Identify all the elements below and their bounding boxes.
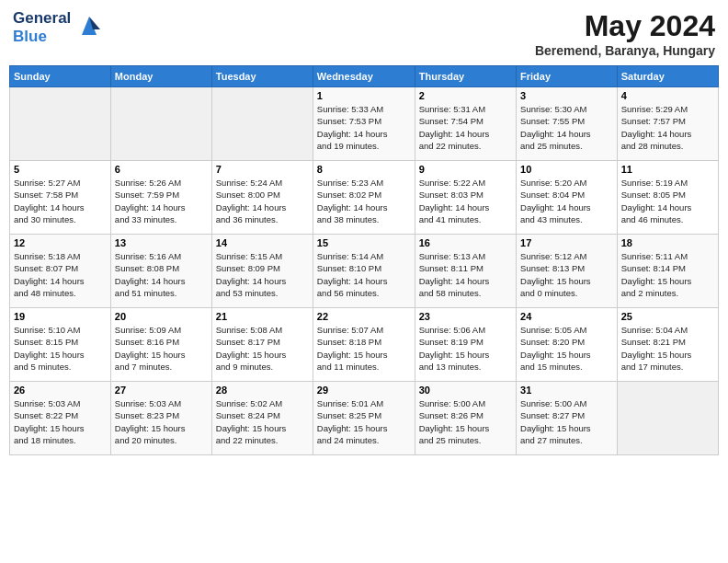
day-info: Sunrise: 5:09 AM Sunset: 8:16 PM Dayligh… bbox=[115, 324, 208, 373]
day-number: 26 bbox=[14, 385, 107, 396]
day-number: 18 bbox=[621, 237, 714, 248]
day-info: Sunrise: 5:08 AM Sunset: 8:17 PM Dayligh… bbox=[216, 324, 309, 373]
day-info: Sunrise: 5:13 AM Sunset: 8:11 PM Dayligh… bbox=[419, 250, 512, 299]
day-number: 21 bbox=[216, 311, 309, 322]
calendar-cell: 30Sunrise: 5:00 AM Sunset: 8:26 PM Dayli… bbox=[415, 382, 516, 455]
calendar-cell: 31Sunrise: 5:00 AM Sunset: 8:27 PM Dayli… bbox=[517, 382, 618, 455]
calendar-cell: 1Sunrise: 5:33 AM Sunset: 7:53 PM Daylig… bbox=[313, 87, 415, 161]
calendar-cell: 7Sunrise: 5:24 AM Sunset: 8:00 PM Daylig… bbox=[211, 161, 313, 235]
calendar-cell: 17Sunrise: 5:12 AM Sunset: 8:13 PM Dayli… bbox=[517, 235, 618, 308]
calendar-week-row: 26Sunrise: 5:03 AM Sunset: 8:22 PM Dayli… bbox=[10, 382, 719, 455]
calendar-cell: 24Sunrise: 5:05 AM Sunset: 8:20 PM Dayli… bbox=[517, 308, 618, 382]
day-info: Sunrise: 5:01 AM Sunset: 8:25 PM Dayligh… bbox=[317, 397, 411, 446]
logo-line1: General bbox=[13, 9, 71, 28]
calendar-week-row: 1Sunrise: 5:33 AM Sunset: 7:53 PM Daylig… bbox=[10, 87, 719, 161]
day-number: 12 bbox=[14, 237, 107, 248]
calendar-cell bbox=[617, 382, 718, 455]
title-block: May 2024 Beremend, Baranya, Hungary bbox=[535, 9, 715, 58]
calendar-cell: 2Sunrise: 5:31 AM Sunset: 7:54 PM Daylig… bbox=[415, 87, 516, 161]
day-number: 3 bbox=[520, 90, 613, 101]
day-number: 15 bbox=[317, 237, 411, 248]
day-number: 23 bbox=[419, 311, 512, 322]
calendar-cell: 3Sunrise: 5:30 AM Sunset: 7:55 PM Daylig… bbox=[517, 87, 618, 161]
weekday-header: Friday bbox=[517, 66, 618, 87]
day-number: 25 bbox=[621, 311, 714, 322]
calendar-cell bbox=[110, 87, 211, 161]
calendar-cell: 18Sunrise: 5:11 AM Sunset: 8:14 PM Dayli… bbox=[617, 235, 718, 308]
calendar-cell: 5Sunrise: 5:27 AM Sunset: 7:58 PM Daylig… bbox=[10, 161, 111, 235]
day-number: 30 bbox=[419, 385, 512, 396]
day-info: Sunrise: 5:03 AM Sunset: 8:23 PM Dayligh… bbox=[115, 397, 208, 446]
day-info: Sunrise: 5:07 AM Sunset: 8:18 PM Dayligh… bbox=[317, 324, 411, 373]
calendar-table: SundayMondayTuesdayWednesdayThursdayFrid… bbox=[9, 65, 719, 455]
calendar-cell: 20Sunrise: 5:09 AM Sunset: 8:16 PM Dayli… bbox=[110, 308, 211, 382]
calendar-week-row: 19Sunrise: 5:10 AM Sunset: 8:15 PM Dayli… bbox=[10, 308, 719, 382]
calendar-cell: 23Sunrise: 5:06 AM Sunset: 8:19 PM Dayli… bbox=[415, 308, 516, 382]
calendar-cell: 4Sunrise: 5:29 AM Sunset: 7:57 PM Daylig… bbox=[617, 87, 718, 161]
day-number: 14 bbox=[216, 237, 309, 248]
day-info: Sunrise: 5:11 AM Sunset: 8:14 PM Dayligh… bbox=[621, 250, 714, 299]
calendar-cell: 26Sunrise: 5:03 AM Sunset: 8:22 PM Dayli… bbox=[10, 382, 111, 455]
weekday-header: Tuesday bbox=[211, 66, 313, 87]
day-number: 9 bbox=[419, 164, 512, 175]
day-info: Sunrise: 5:20 AM Sunset: 8:04 PM Dayligh… bbox=[520, 177, 613, 225]
day-number: 5 bbox=[14, 164, 107, 175]
calendar-cell: 6Sunrise: 5:26 AM Sunset: 7:59 PM Daylig… bbox=[110, 161, 211, 235]
day-info: Sunrise: 5:30 AM Sunset: 7:55 PM Dayligh… bbox=[520, 103, 613, 152]
location-subtitle: Beremend, Baranya, Hungary bbox=[535, 43, 715, 58]
day-info: Sunrise: 5:00 AM Sunset: 8:26 PM Dayligh… bbox=[419, 397, 512, 446]
calendar-cell: 9Sunrise: 5:22 AM Sunset: 8:03 PM Daylig… bbox=[415, 161, 516, 235]
day-number: 13 bbox=[115, 237, 208, 248]
calendar-cell: 8Sunrise: 5:23 AM Sunset: 8:02 PM Daylig… bbox=[313, 161, 415, 235]
day-info: Sunrise: 5:04 AM Sunset: 8:21 PM Dayligh… bbox=[621, 324, 714, 373]
calendar-cell: 10Sunrise: 5:20 AM Sunset: 8:04 PM Dayli… bbox=[517, 161, 618, 235]
logo: General Blue bbox=[13, 9, 104, 45]
day-info: Sunrise: 5:15 AM Sunset: 8:09 PM Dayligh… bbox=[216, 250, 309, 299]
day-number: 4 bbox=[621, 90, 714, 101]
day-number: 8 bbox=[317, 164, 411, 175]
calendar-cell: 21Sunrise: 5:08 AM Sunset: 8:17 PM Dayli… bbox=[211, 308, 313, 382]
page-header: General Blue May 2024 Beremend, Baranya,… bbox=[9, 9, 719, 58]
day-number: 22 bbox=[317, 311, 411, 322]
weekday-header-row: SundayMondayTuesdayWednesdayThursdayFrid… bbox=[10, 66, 719, 87]
day-number: 7 bbox=[216, 164, 309, 175]
day-info: Sunrise: 5:19 AM Sunset: 8:05 PM Dayligh… bbox=[621, 177, 714, 225]
day-number: 1 bbox=[317, 90, 411, 101]
day-number: 19 bbox=[14, 311, 107, 322]
weekday-header: Thursday bbox=[415, 66, 516, 87]
day-info: Sunrise: 5:24 AM Sunset: 8:00 PM Dayligh… bbox=[216, 177, 309, 225]
day-info: Sunrise: 5:12 AM Sunset: 8:13 PM Dayligh… bbox=[520, 250, 613, 299]
day-number: 27 bbox=[115, 385, 208, 396]
calendar-cell: 29Sunrise: 5:01 AM Sunset: 8:25 PM Dayli… bbox=[313, 382, 415, 455]
day-info: Sunrise: 5:33 AM Sunset: 7:53 PM Dayligh… bbox=[317, 103, 411, 152]
day-info: Sunrise: 5:26 AM Sunset: 7:59 PM Dayligh… bbox=[115, 177, 208, 225]
day-info: Sunrise: 5:27 AM Sunset: 7:58 PM Dayligh… bbox=[14, 177, 107, 225]
day-number: 16 bbox=[419, 237, 512, 248]
calendar-cell: 16Sunrise: 5:13 AM Sunset: 8:11 PM Dayli… bbox=[415, 235, 516, 308]
day-info: Sunrise: 5:06 AM Sunset: 8:19 PM Dayligh… bbox=[419, 324, 512, 373]
month-title: May 2024 bbox=[535, 9, 715, 43]
day-number: 20 bbox=[115, 311, 208, 322]
day-number: 6 bbox=[115, 164, 208, 175]
weekday-header: Saturday bbox=[617, 66, 718, 87]
calendar-cell: 27Sunrise: 5:03 AM Sunset: 8:23 PM Dayli… bbox=[110, 382, 211, 455]
logo-line2: Blue bbox=[13, 28, 71, 46]
day-number: 10 bbox=[520, 164, 613, 175]
weekday-header: Wednesday bbox=[313, 66, 415, 87]
day-number: 17 bbox=[520, 237, 613, 248]
day-info: Sunrise: 5:02 AM Sunset: 8:24 PM Dayligh… bbox=[216, 397, 309, 446]
day-info: Sunrise: 5:22 AM Sunset: 8:03 PM Dayligh… bbox=[419, 177, 512, 225]
day-info: Sunrise: 5:03 AM Sunset: 8:22 PM Dayligh… bbox=[14, 397, 107, 446]
day-info: Sunrise: 5:00 AM Sunset: 8:27 PM Dayligh… bbox=[520, 397, 613, 446]
calendar-cell bbox=[10, 87, 111, 161]
calendar-cell bbox=[211, 87, 313, 161]
day-number: 28 bbox=[216, 385, 309, 396]
calendar-cell: 25Sunrise: 5:04 AM Sunset: 8:21 PM Dayli… bbox=[617, 308, 718, 382]
calendar-cell: 13Sunrise: 5:16 AM Sunset: 8:08 PM Dayli… bbox=[110, 235, 211, 308]
weekday-header: Monday bbox=[110, 66, 211, 87]
calendar-week-row: 12Sunrise: 5:18 AM Sunset: 8:07 PM Dayli… bbox=[10, 235, 719, 308]
calendar-cell: 12Sunrise: 5:18 AM Sunset: 8:07 PM Dayli… bbox=[10, 235, 111, 308]
day-number: 31 bbox=[520, 385, 613, 396]
calendar-cell: 15Sunrise: 5:14 AM Sunset: 8:10 PM Dayli… bbox=[313, 235, 415, 308]
day-info: Sunrise: 5:31 AM Sunset: 7:54 PM Dayligh… bbox=[419, 103, 512, 152]
